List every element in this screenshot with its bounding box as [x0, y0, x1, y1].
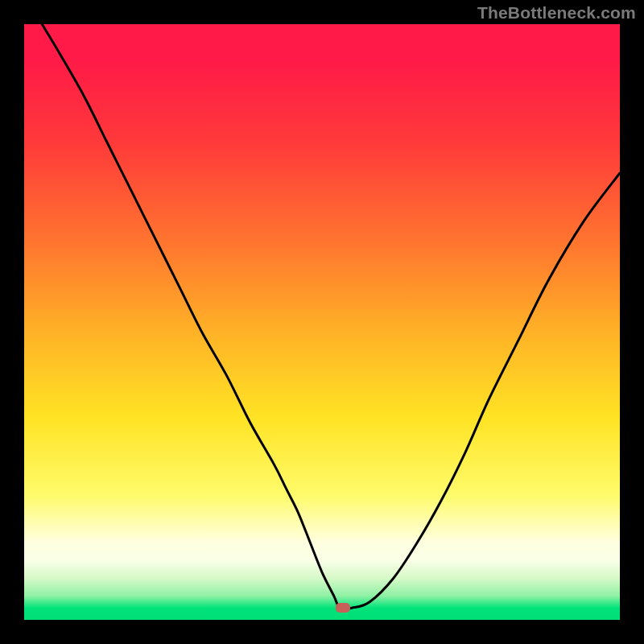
chart-frame: TheBottleneck.com	[0, 0, 644, 644]
watermark-text: TheBottleneck.com	[477, 3, 636, 23]
optimal-point-marker	[336, 603, 350, 613]
plot-area	[24, 24, 620, 620]
bottleneck-curve	[24, 24, 620, 620]
